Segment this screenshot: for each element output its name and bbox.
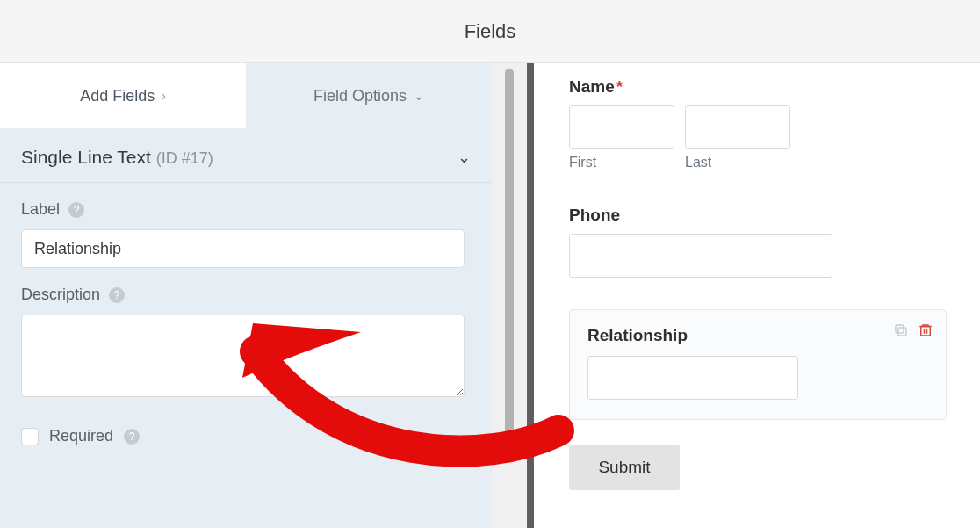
page-title: Fields — [465, 20, 516, 43]
duplicate-icon[interactable] — [893, 322, 909, 342]
last-name-col: Last — [685, 105, 790, 170]
tab-add-fields-label: Add Fields — [80, 87, 155, 105]
field-id: (ID #17) — [156, 149, 213, 167]
svg-rect-0 — [898, 328, 906, 336]
description-caption: Description — [21, 286, 100, 304]
first-name-sublabel: First — [569, 155, 674, 170]
submit-button[interactable]: Submit — [569, 445, 680, 490]
svg-rect-1 — [896, 325, 904, 333]
help-icon[interactable]: ? — [68, 202, 84, 218]
tab-field-options[interactable]: Field Options ⌄ — [246, 63, 492, 128]
help-icon[interactable]: ? — [109, 287, 125, 303]
last-name-input[interactable] — [685, 105, 790, 149]
phone-label: Phone — [569, 206, 954, 225]
field-type-header[interactable]: Single Line Text (ID #17) ⌄ — [0, 132, 492, 183]
relationship-label: Relationship — [587, 326, 928, 345]
option-label-group: Label ? — [0, 183, 492, 268]
required-label: Required — [49, 427, 113, 445]
option-description-group: Description ? — [0, 268, 492, 401]
submit-button-label: Submit — [598, 458, 650, 476]
name-label: Name* — [569, 77, 954, 97]
description-label-row: Description ? — [21, 286, 471, 304]
field-options-panel: Add Fields › Field Options ⌄ Single Line… — [0, 63, 492, 528]
first-name-input[interactable] — [569, 105, 674, 149]
chevron-down-icon: ⌄ — [414, 89, 424, 103]
last-name-sublabel: Last — [685, 155, 790, 170]
field-action-icons — [893, 322, 933, 342]
description-textarea[interactable] — [21, 315, 465, 397]
label-input[interactable] — [21, 229, 465, 268]
tab-field-options-label: Field Options — [313, 87, 407, 105]
name-field-block: Name* First Last — [569, 77, 954, 170]
phone-input[interactable] — [569, 234, 832, 278]
collapse-icon: ⌄ — [458, 148, 471, 167]
label-caption: Label — [21, 200, 60, 219]
field-type-name: Single Line Text — [21, 147, 151, 167]
form-preview: Name* First Last Phone — [527, 63, 980, 528]
svg-rect-2 — [921, 327, 931, 336]
phone-field-block: Phone — [569, 206, 954, 278]
name-label-text: Name — [569, 77, 615, 96]
main-area: Add Fields › Field Options ⌄ Single Line… — [0, 63, 980, 528]
field-type-title: Single Line Text (ID #17) — [21, 147, 213, 168]
relationship-input[interactable] — [587, 356, 798, 400]
delete-icon[interactable] — [918, 322, 933, 342]
option-label-row: Label ? — [21, 200, 471, 219]
panel-tabs: Add Fields › Field Options ⌄ — [0, 63, 492, 128]
required-row: Required ? — [0, 401, 492, 445]
first-name-col: First — [569, 105, 674, 170]
panel-divider — [492, 63, 527, 528]
chevron-right-icon: › — [162, 89, 166, 103]
page-header: Fields — [0, 0, 980, 63]
required-star-icon: * — [616, 77, 623, 96]
name-inputs-row: First Last — [569, 105, 954, 170]
help-icon[interactable]: ? — [124, 429, 140, 445]
required-checkbox[interactable] — [21, 428, 39, 445]
scrollbar-thumb[interactable] — [505, 69, 514, 455]
relationship-field-block[interactable]: Relationship — [569, 309, 947, 420]
tab-add-fields[interactable]: Add Fields › — [0, 63, 246, 128]
